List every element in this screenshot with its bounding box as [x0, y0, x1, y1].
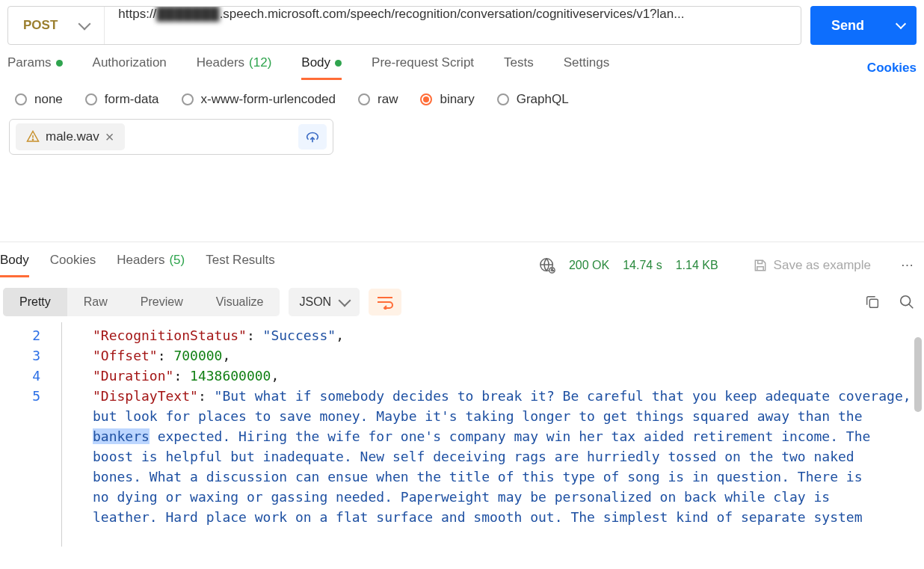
indicator-dot: [56, 60, 63, 67]
radio-icon: [182, 93, 194, 105]
resp-tab-testresults[interactable]: Test Results: [206, 253, 275, 277]
resp-tab-cookies[interactable]: Cookies: [50, 253, 96, 277]
send-button-group: Send: [810, 6, 917, 45]
send-dropdown[interactable]: [885, 6, 917, 45]
tab-headers[interactable]: Headers (12): [197, 55, 272, 80]
radio-icon: [85, 93, 97, 105]
search-button[interactable]: [890, 288, 924, 316]
line-gutter: 2 3 4 5: [0, 325, 58, 406]
method-label: POST: [23, 18, 58, 33]
response-tabs: Body Cookies Headers (5) Test Results 20…: [0, 242, 924, 279]
warning-icon: [26, 130, 40, 144]
format-select[interactable]: JSON: [289, 288, 360, 316]
chevron-down-icon: [339, 295, 351, 307]
view-raw[interactable]: Raw: [67, 288, 124, 316]
view-visualize[interactable]: Visualize: [200, 288, 280, 316]
request-bar: POST https://███████.speech.microsoft.co…: [7, 6, 801, 45]
chevron-down-icon: [78, 18, 91, 31]
tab-params[interactable]: Params: [7, 55, 63, 80]
view-preview[interactable]: Preview: [124, 288, 200, 316]
save-example-button[interactable]: Save as example: [753, 258, 871, 273]
status-code: 200 OK: [569, 259, 609, 272]
upload-button[interactable]: [298, 124, 327, 150]
svg-rect-5: [869, 299, 878, 307]
scrollbar-thumb[interactable]: [914, 337, 922, 412]
wrap-toggle[interactable]: [369, 289, 401, 316]
save-icon: [753, 258, 768, 273]
file-selector: male.wav ×: [9, 119, 333, 155]
view-toggle: Pretty Raw Preview Visualize: [3, 288, 280, 316]
view-bar: Pretty Raw Preview Visualize JSON: [0, 279, 924, 322]
tab-authorization[interactable]: Authorization: [93, 55, 167, 80]
body-type-radios: none form-data x-www-form-urlencoded raw…: [0, 80, 924, 114]
status-block: 200 OK 14.74 s 1.14 KB: [539, 257, 732, 274]
radio-graphql[interactable]: GraphQL: [497, 92, 569, 107]
radio-formdata[interactable]: form-data: [85, 92, 159, 107]
copy-icon: [864, 294, 881, 310]
svg-line-7: [909, 304, 914, 309]
svg-point-6: [901, 296, 911, 306]
radio-none[interactable]: none: [15, 92, 63, 107]
remove-file-icon[interactable]: ×: [105, 129, 114, 144]
radio-icon: [15, 93, 27, 105]
status-size: 1.14 KB: [676, 259, 718, 272]
chevron-down-icon: [896, 19, 906, 29]
request-tabs: Params Authorization Headers (12) Body P…: [0, 54, 924, 80]
cookies-link[interactable]: Cookies: [867, 61, 917, 76]
radio-raw[interactable]: raw: [358, 92, 398, 107]
tab-settings[interactable]: Settings: [564, 55, 609, 80]
url-input[interactable]: https://███████.speech.microsoft.com/spe…: [105, 7, 801, 44]
code-content: "RecognitionStatus": "Success", "Offset"…: [75, 325, 924, 527]
radio-binary[interactable]: binary: [420, 92, 474, 107]
search-icon: [899, 294, 915, 310]
send-button[interactable]: Send: [810, 6, 885, 45]
status-time: 14.74 s: [623, 259, 662, 272]
resp-tab-body[interactable]: Body: [0, 253, 29, 277]
indicator-dot: [335, 60, 342, 67]
resp-tab-headers[interactable]: Headers (5): [117, 253, 185, 277]
svg-point-1: [32, 139, 33, 140]
more-icon[interactable]: ⋯: [892, 251, 924, 279]
tab-prerequest[interactable]: Pre-request Script: [372, 55, 474, 80]
copy-button[interactable]: [855, 288, 890, 316]
file-name: male.wav: [46, 129, 99, 144]
tab-tests[interactable]: Tests: [504, 55, 534, 80]
radio-icon: [358, 93, 370, 105]
tab-body[interactable]: Body: [301, 55, 342, 80]
radio-icon: [420, 93, 432, 105]
globe-icon: [539, 257, 555, 274]
radio-icon: [497, 93, 509, 105]
method-select[interactable]: POST: [8, 7, 105, 44]
file-chip[interactable]: male.wav ×: [16, 123, 125, 150]
response-body[interactable]: 2 3 4 5 "RecognitionStatus": "Success", …: [0, 322, 924, 547]
view-pretty[interactable]: Pretty: [3, 288, 67, 316]
radio-xwww[interactable]: x-www-form-urlencoded: [182, 92, 336, 107]
